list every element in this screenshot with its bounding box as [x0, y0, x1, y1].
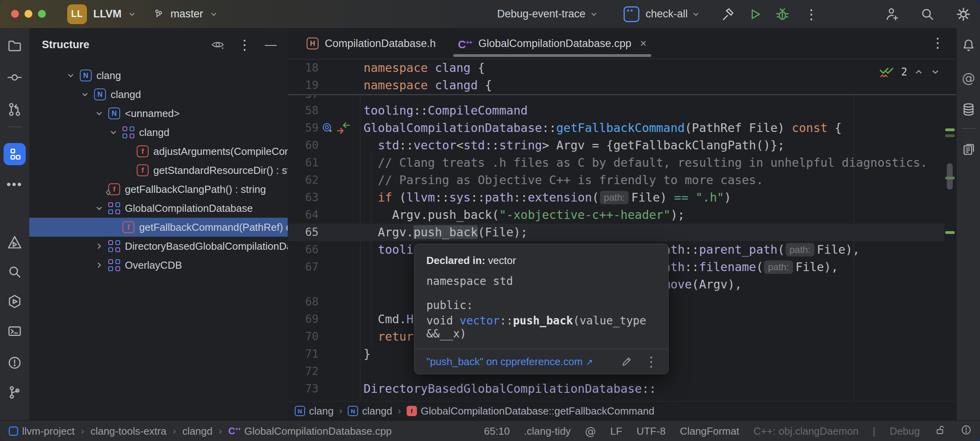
run-tool-icon[interactable]: [6, 234, 23, 251]
code-line-63[interactable]: 63 if (llvm::sys::path::extension(path:F…: [288, 189, 944, 206]
panel-options-kebab[interactable]: ⋮: [238, 38, 251, 51]
tree-chevron-icon[interactable]: [93, 259, 105, 271]
status-widget[interactable]: ClangFormat: [680, 425, 739, 437]
status-widget[interactable]: |: [873, 425, 876, 437]
code-line-57[interactable]: 57: [288, 95, 944, 102]
namespace-icon: N: [94, 89, 106, 100]
tree-item-label: adjustArguments(CompileComman: [153, 145, 288, 158]
edit-pencil-icon[interactable]: [621, 356, 633, 368]
version-control-tool-icon[interactable]: [6, 384, 23, 401]
hide-panel-button[interactable]: —: [265, 38, 277, 51]
inspections-widget[interactable]: 2: [879, 63, 940, 81]
tree-chevron-icon[interactable]: [93, 240, 105, 252]
tree-chevron-icon[interactable]: [93, 202, 105, 214]
problems-tool-icon[interactable]: [6, 354, 23, 371]
gutter-override-markers[interactable]: [322, 119, 351, 137]
pull-requests-tool-icon[interactable]: [6, 101, 23, 118]
minimize-window-button[interactable]: [24, 10, 32, 18]
close-tab-icon[interactable]: ×: [640, 37, 646, 50]
more-tool-windows-icon[interactable]: •••: [6, 176, 23, 193]
project-badge[interactable]: LL: [67, 4, 87, 24]
search-icon[interactable]: [920, 7, 935, 22]
run-configuration-selector[interactable]: Debug-event-trace: [497, 8, 586, 20]
tree-chevron-icon[interactable]: [93, 107, 105, 119]
notifications-bell-icon[interactable]: [961, 38, 976, 53]
services-tool-icon[interactable]: [6, 293, 23, 310]
editor-tab[interactable]: HCompilationDatabase.h: [296, 28, 447, 59]
breadcrumb-item[interactable]: Nclangd: [348, 405, 392, 417]
editor-tab[interactable]: C++GlobalCompilationDatabase.cpp×: [447, 28, 658, 59]
tree-chevron-icon[interactable]: [65, 70, 77, 81]
project-name[interactable]: LLVM: [93, 8, 121, 20]
line-content: DirectoryBasedGlobalCompilationDatabase:…: [364, 380, 656, 398]
database-tool-icon[interactable]: [961, 102, 976, 117]
structure-tree-item[interactable]: fadjustArguments(CompileComman: [29, 142, 288, 161]
code-line-58[interactable]: 58tooling::CompileCommand: [288, 102, 944, 119]
maximize-window-button[interactable]: [38, 10, 46, 18]
code-line-59[interactable]: 59GlobalCompilationDatabase::getFallback…: [288, 119, 944, 137]
namespace-line: namespace std: [426, 275, 656, 288]
find-tool-icon[interactable]: [6, 263, 23, 281]
code-line-60[interactable]: 60 std::vector<std::string> Argv = {getF…: [288, 137, 944, 154]
ai-assistant-icon[interactable]: @: [961, 70, 976, 86]
structure-tree-item[interactable]: fgetFallbackClangPath() : string: [29, 180, 288, 199]
debug-button[interactable]: [775, 7, 790, 21]
status-breadcrumb-item[interactable]: clangd: [182, 425, 213, 437]
status-widget[interactable]: UTF-8: [637, 425, 666, 437]
ai-status-widget[interactable]: @: [585, 425, 596, 438]
target-selector[interactable]: check-all: [646, 8, 688, 20]
settings-gear-icon[interactable]: [956, 6, 971, 22]
structure-tree-item[interactable]: OverlayCDB: [29, 256, 288, 275]
code-line-65[interactable]: 65 Argv.push_back(File);: [288, 224, 944, 241]
branch-name[interactable]: master: [170, 8, 203, 20]
run-button[interactable]: [748, 8, 762, 21]
code-line-18[interactable]: 18namespace clang {: [288, 59, 944, 77]
code-line-61[interactable]: 61 // Clang treats .h files as C by defa…: [288, 154, 944, 172]
status-breadcrumb-item[interactable]: llvm-project: [9, 425, 75, 437]
structure-tree-item[interactable]: Nclang: [29, 66, 288, 85]
add-user-icon[interactable]: [884, 7, 899, 22]
class-icon: [122, 126, 134, 138]
terminal-tool-icon[interactable]: [6, 322, 23, 340]
status-widget[interactable]: C++: obj.clangDaemon: [754, 425, 859, 437]
status-widget[interactable]: LF: [610, 425, 622, 437]
structure-tree-item[interactable]: fgetStandardResourceDir() : string: [29, 161, 288, 180]
documentation-tool-icon[interactable]: [961, 141, 976, 157]
status-widget[interactable]: .clang-tidy: [524, 425, 571, 437]
project-tool-icon[interactable]: [6, 37, 23, 54]
code-line-64[interactable]: 64 Argv.push_back("-xobjective-c++-heade…: [288, 206, 944, 224]
structure-tree-item[interactable]: N<unnamed>: [29, 104, 288, 123]
chevron-spacer: [93, 183, 105, 195]
line-number: 67: [288, 258, 318, 276]
next-highlight-chevron-icon[interactable]: [930, 67, 940, 77]
code-line-19[interactable]: 19namespace clangd {: [288, 77, 944, 94]
popup-options-kebab[interactable]: ⋮: [645, 355, 658, 368]
status-widget[interactable]: 65:10: [484, 425, 510, 437]
problem-status-widget[interactable]: [960, 424, 972, 439]
code-line-62[interactable]: 62 // Parsing as Objective C++ is friend…: [288, 172, 944, 189]
structure-tree-item[interactable]: Nclangd: [29, 85, 288, 104]
tree-chevron-icon[interactable]: [107, 126, 119, 138]
commit-tool-icon[interactable]: [6, 69, 23, 86]
status-widget[interactable]: Debug: [890, 425, 920, 437]
breadcrumb-item[interactable]: Nclang: [295, 405, 334, 417]
line-content: namespace clang {: [364, 59, 485, 77]
structure-tree-item[interactable]: DirectoryBasedGlobalCompilationDataba: [29, 237, 288, 256]
view-options-eye-icon[interactable]: [211, 38, 224, 51]
tree-chevron-icon[interactable]: [79, 89, 91, 100]
breadcrumb-item[interactable]: fGlobalCompilationDatabase::getFallbackC…: [407, 405, 654, 417]
close-window-button[interactable]: [11, 10, 19, 18]
structure-tree-item[interactable]: fgetFallbackCommand(PathRef) const: [29, 218, 288, 237]
structure-tree-item[interactable]: clangd: [29, 123, 288, 142]
status-breadcrumb-item[interactable]: clang-tools-extra: [90, 425, 166, 437]
structure-tool-icon[interactable]: [4, 143, 26, 165]
unlock-status-widget[interactable]: [934, 424, 946, 439]
more-actions-button[interactable]: ⋮: [805, 8, 818, 21]
cppreference-link[interactable]: "push_back" on cppreference.com ↗: [426, 356, 593, 368]
structure-tree-item[interactable]: GlobalCompilationDatabase: [29, 199, 288, 218]
status-breadcrumb-item[interactable]: C++GlobalCompilationDatabase.cpp: [228, 425, 392, 437]
previous-highlight-chevron-icon[interactable]: [914, 67, 924, 77]
code-line-73[interactable]: 73DirectoryBasedGlobalCompilationDatabas…: [288, 380, 944, 398]
build-hammer-icon[interactable]: [721, 7, 735, 21]
tab-options-kebab[interactable]: ⋮: [931, 36, 944, 49]
